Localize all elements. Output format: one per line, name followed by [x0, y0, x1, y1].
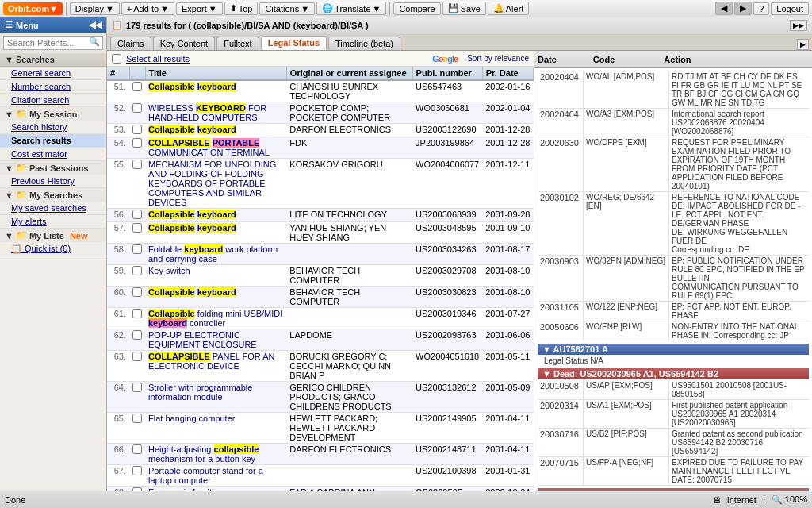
new-list-button[interactable]: New: [70, 231, 88, 241]
row-title[interactable]: COLLAPSIBLE PANEL FOR AN ELECTRONIC DEVI…: [145, 351, 286, 382]
row-checkbox[interactable]: [132, 414, 142, 423]
citations-button[interactable]: Citations ▼: [259, 2, 315, 15]
browser-forward-button[interactable]: ▶: [734, 2, 752, 15]
row-checkbox[interactable]: [132, 466, 142, 475]
patent-title-link[interactable]: Key switch: [148, 266, 190, 275]
row-title[interactable]: Collapsible keyboard: [145, 124, 286, 137]
sidebar-item-quicklist[interactable]: 📋 Quicklist (0): [0, 242, 106, 256]
expand-right-button[interactable]: ▶▶: [790, 20, 807, 31]
my-searches-header[interactable]: ▼ 📁 My Searches: [0, 188, 106, 202]
dead-section-header[interactable]: ▼ Dead: US2002030965 A1, US6594142 B2: [538, 368, 809, 379]
patent-title-link[interactable]: Flat hanging computer: [148, 414, 235, 423]
patent-title-link[interactable]: MECHANISM FOR UNFOLDING AND FOLDING OF F…: [148, 160, 276, 207]
sidebar-item-general-search[interactable]: General search: [0, 67, 106, 80]
row-title[interactable]: MECHANISM FOR UNFOLDING AND FOLDING OF F…: [145, 159, 286, 209]
tab-claims[interactable]: Claims: [110, 37, 151, 50]
sidebar-item-number-search[interactable]: Number search: [0, 80, 106, 94]
sidebar-item-search-results[interactable]: Search results: [0, 134, 106, 148]
sidebar-item-my-alerts[interactable]: My alerts: [0, 215, 106, 229]
row-checkbox[interactable]: [132, 287, 142, 297]
col-header-date[interactable]: Pr. Date: [482, 67, 533, 80]
patent-title-link[interactable]: Height-adjusting collapsible mechanism f…: [148, 444, 259, 464]
search-submit-button[interactable]: 🔍: [89, 37, 100, 47]
patent-title-link[interactable]: WIRELESS KEYBOARD FOR HAND-HELD COMPUTER…: [148, 103, 266, 122]
my-session-header[interactable]: ▼ 📁 My Session: [0, 107, 106, 121]
sidebar-collapse-button[interactable]: ◀◀: [89, 20, 102, 30]
sidebar-item-previous-history[interactable]: Previous History: [0, 175, 106, 188]
patent-title-link[interactable]: COLLAPSIBLE PORTABLE COMMUNICATION TERMI…: [148, 138, 270, 157]
searches-section-header[interactable]: ▼ Searches: [0, 53, 106, 67]
row-title[interactable]: Flat hanging computer: [145, 413, 286, 444]
row-checkbox[interactable]: [132, 138, 142, 148]
patent-title-link[interactable]: POP-UP ELECTRONIC EQUIPMENT ENCLOSURE: [148, 330, 257, 349]
compare-button[interactable]: Compare: [393, 2, 440, 15]
patent-title-link[interactable]: Collapsible keyboard: [148, 82, 236, 91]
patent-title-link[interactable]: Collapsible keyboard: [148, 125, 236, 134]
row-title[interactable]: Key switch: [145, 265, 286, 287]
row-checkbox[interactable]: [132, 383, 142, 392]
row-title[interactable]: Collapsible folding mini USB/MIDI keyboa…: [145, 308, 286, 329]
patent-title-link[interactable]: Collapsible keyboard: [148, 210, 236, 219]
row-checkbox[interactable]: [132, 82, 142, 91]
patent-title-link[interactable]: Portable computer stand for a laptop com…: [148, 466, 263, 485]
sidebar-item-search-history[interactable]: Search history: [0, 121, 106, 134]
row-pub-number: US2002149905: [412, 413, 482, 444]
past-sessions-header[interactable]: ▼ 📁 Past Sessions: [0, 161, 106, 175]
row-title[interactable]: Stroller with programmable information m…: [145, 382, 286, 413]
row-checkbox[interactable]: [132, 103, 142, 113]
row-title[interactable]: WIRELESS KEYBOARD FOR HAND-HELD COMPUTER…: [145, 102, 286, 124]
row-checkbox[interactable]: [132, 244, 142, 254]
add-to-button[interactable]: + Add to ▼: [121, 2, 174, 15]
row-checkbox[interactable]: [132, 309, 142, 318]
row-title[interactable]: Portable computer stand for a laptop com…: [145, 465, 286, 487]
row-checkbox[interactable]: [132, 266, 142, 275]
row-checkbox[interactable]: [132, 352, 142, 361]
col-header-pub[interactable]: Publ. number: [412, 67, 482, 80]
patent-title-link[interactable]: Collapsible keyboard: [148, 287, 236, 297]
legal-section-marker[interactable]: ▼ AU7562701 A: [538, 344, 809, 355]
col-header-assignee[interactable]: Original or current assignee: [286, 67, 412, 80]
row-title[interactable]: Collapsible keyboard: [145, 80, 286, 102]
browser-back-button[interactable]: ◀: [715, 2, 733, 15]
translate-button[interactable]: 🌐 Translate ▼: [316, 2, 386, 15]
top-button[interactable]: ⬆ Top: [224, 2, 259, 15]
row-checkbox[interactable]: [132, 160, 142, 169]
display-button[interactable]: Display ▼: [70, 2, 120, 15]
patent-title-link[interactable]: Collapsible folding mini USB/MIDI keyboa…: [148, 309, 282, 328]
patent-title-link[interactable]: Stroller with programmable information m…: [148, 383, 252, 402]
row-checkbox[interactable]: [132, 125, 142, 134]
alert-button[interactable]: 🔔 Alert: [488, 2, 530, 15]
row-title[interactable]: Collapsible keyboard: [145, 222, 286, 244]
tab-timeline[interactable]: Timeline (beta): [328, 37, 400, 50]
patent-title-link[interactable]: Collapsible keyboard: [148, 223, 236, 233]
help-button[interactable]: ?: [753, 2, 769, 15]
sort-by-label[interactable]: Sort by relevance: [467, 54, 529, 63]
row-checkbox[interactable]: [132, 444, 142, 454]
patent-title-link[interactable]: COLLAPSIBLE PANEL FOR AN ELECTRONIC DEVI…: [148, 352, 275, 371]
row-checkbox[interactable]: [132, 330, 142, 340]
orbit-logo[interactable]: Orbit.com▼: [3, 2, 63, 15]
select-all-checkbox[interactable]: [112, 54, 121, 64]
tab-key-content[interactable]: Key Content: [153, 37, 216, 50]
row-checkbox[interactable]: [132, 223, 142, 233]
row-title[interactable]: Foldable keyboard work platform and carr…: [145, 244, 286, 265]
table-row: 60.Collapsible keyboardBEHAVIOR TECH COM…: [107, 287, 534, 308]
tab-expand-button[interactable]: ▶: [797, 39, 809, 50]
save-button[interactable]: 💾 Save: [442, 2, 486, 15]
row-title[interactable]: POP-UP ELECTRONIC EQUIPMENT ENCLOSURE: [145, 329, 286, 351]
col-header-title[interactable]: Title: [145, 67, 286, 80]
logout-button[interactable]: Logout: [771, 2, 809, 15]
sidebar-item-saved-searches[interactable]: My saved searches: [0, 202, 106, 215]
row-title[interactable]: Collapsible keyboard: [145, 287, 286, 308]
row-title[interactable]: COLLAPSIBLE PORTABLE COMMUNICATION TERMI…: [145, 137, 286, 159]
tab-legal-status[interactable]: Legal Status: [261, 36, 327, 50]
sidebar-item-cost-estimator[interactable]: Cost estimator: [0, 148, 106, 161]
row-title[interactable]: Collapsible keyboard: [145, 209, 286, 222]
patent-title-link[interactable]: Foldable keyboard work platform and carr…: [148, 244, 278, 264]
sidebar-item-citation-search[interactable]: Citation search: [0, 94, 106, 107]
export-button[interactable]: Export ▼: [176, 2, 223, 15]
row-title[interactable]: Height-adjusting collapsible mechanism f…: [145, 444, 286, 465]
row-checkbox[interactable]: [132, 210, 142, 219]
my-lists-header[interactable]: ▼ 📁 My Lists New: [0, 229, 106, 242]
tab-fulltext[interactable]: Fulltext: [216, 37, 259, 50]
